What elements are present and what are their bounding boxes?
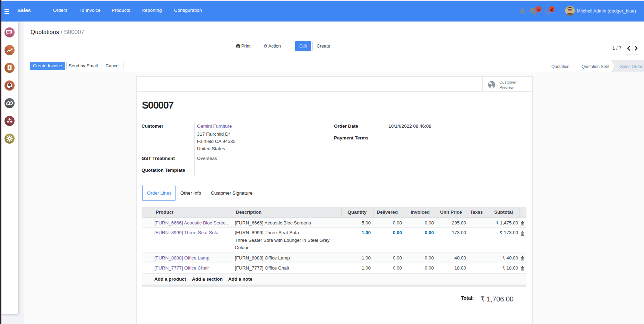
svg-text:5: 5 bbox=[537, 7, 540, 12]
svg-text:2: 2 bbox=[550, 7, 553, 12]
